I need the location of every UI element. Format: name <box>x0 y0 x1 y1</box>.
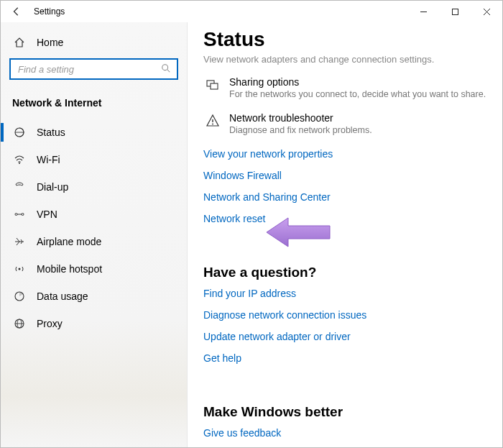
svg-rect-1 <box>452 9 458 14</box>
link-find-ip[interactable]: Find your IP address <box>203 288 296 299</box>
sidebar-item-vpn[interactable]: VPN <box>1 201 187 228</box>
sidebar-section-title: Network & Internet <box>1 90 187 119</box>
link-feedback[interactable]: Give us feedback <box>203 427 281 439</box>
sidebar-item-wifi[interactable]: Wi-Fi <box>1 146 187 173</box>
sidebar-item-dialup[interactable]: Dial-up <box>1 173 187 201</box>
svg-point-2 <box>162 64 168 70</box>
sidebar-item-label: Proxy <box>37 318 63 329</box>
maximize-button[interactable] <box>439 1 471 22</box>
vpn-icon <box>12 209 27 220</box>
dialup-icon <box>12 181 27 193</box>
svg-point-9 <box>19 268 21 270</box>
datausage-icon <box>12 291 27 302</box>
adapter-subtext: View network adapters and change connect… <box>203 54 486 65</box>
troubleshooter-title: Network troubleshooter <box>229 112 372 124</box>
troubleshooter-row[interactable]: Network troubleshooter Diagnose and fix … <box>203 112 486 135</box>
home-icon <box>12 37 27 48</box>
svg-point-17 <box>212 124 213 125</box>
search-input[interactable] <box>17 63 161 76</box>
link-update-adapter[interactable]: Update network adapter or driver <box>203 331 351 342</box>
airplane-icon <box>12 236 27 247</box>
search-icon <box>161 63 171 76</box>
home-label: Home <box>37 37 63 48</box>
minimize-button[interactable] <box>407 1 439 22</box>
page-title: Status <box>203 28 486 51</box>
svg-point-7 <box>22 214 24 216</box>
sharing-title: Sharing options <box>229 76 486 88</box>
link-sharing-center[interactable]: Network and Sharing Center <box>203 191 331 203</box>
search-field[interactable] <box>9 58 178 80</box>
sidebar-item-label: Data usage <box>37 291 88 302</box>
wifi-icon <box>12 154 27 165</box>
back-button[interactable] <box>8 3 25 20</box>
link-network-reset[interactable]: Network reset <box>203 213 265 224</box>
status-icon <box>12 127 27 138</box>
sharing-options-row[interactable]: Sharing options For the networks you con… <box>203 76 486 99</box>
troubleshooter-sub: Diagnose and fix network problems. <box>229 125 372 135</box>
svg-line-3 <box>167 69 170 72</box>
sidebar-item-hotspot[interactable]: Mobile hotspot <box>1 255 187 283</box>
close-button[interactable] <box>471 1 502 22</box>
link-diagnose[interactable]: Diagnose network connection issues <box>203 309 366 321</box>
better-heading: Make Windows better <box>203 404 486 420</box>
titlebar: Settings <box>1 1 502 22</box>
link-view-properties[interactable]: View your network properties <box>203 148 333 160</box>
sidebar-item-label: Airplane mode <box>37 236 101 247</box>
sharing-sub: For the networks you connect to, decide … <box>229 89 486 99</box>
sidebar-item-status[interactable]: Status <box>1 119 187 146</box>
sidebar-item-label: Dial-up <box>37 181 68 193</box>
sidebar: Home Network & Internet Status Wi-Fi <box>1 22 188 447</box>
question-heading: Have a question? <box>203 265 486 280</box>
svg-rect-15 <box>211 83 218 89</box>
svg-point-6 <box>15 214 17 216</box>
link-get-help[interactable]: Get help <box>203 352 241 364</box>
sidebar-item-label: Wi-Fi <box>37 154 60 165</box>
svg-point-5 <box>19 163 20 164</box>
main-content: Status View network adapters and change … <box>188 22 502 447</box>
sidebar-item-airplane[interactable]: Airplane mode <box>1 228 187 255</box>
link-windows-firewall[interactable]: Windows Firewall <box>203 170 282 181</box>
sidebar-item-label: VPN <box>37 209 57 220</box>
sidebar-item-label: Status <box>37 127 65 138</box>
window-controls <box>407 1 502 22</box>
proxy-icon <box>12 318 27 329</box>
sidebar-item-label: Mobile hotspot <box>37 263 102 275</box>
hotspot-icon <box>12 263 27 275</box>
warning-icon <box>203 112 222 135</box>
sidebar-item-datausage[interactable]: Data usage <box>1 283 187 310</box>
sharing-icon <box>203 76 222 99</box>
sidebar-item-proxy[interactable]: Proxy <box>1 310 187 337</box>
home-item[interactable]: Home <box>1 32 187 55</box>
app-title: Settings <box>34 6 65 17</box>
